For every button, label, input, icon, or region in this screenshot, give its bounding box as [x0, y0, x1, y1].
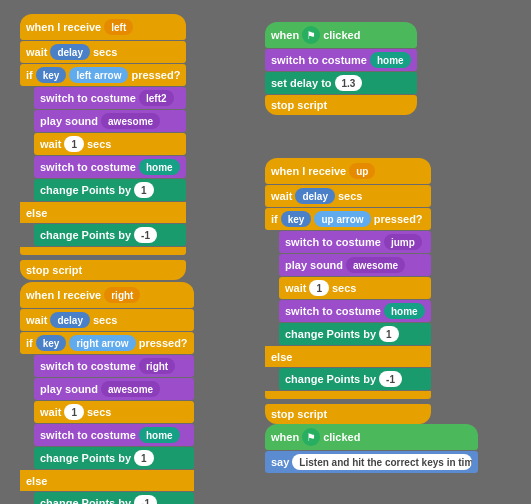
costume-flag1: home — [370, 52, 411, 68]
pts-val-1: 1 — [134, 182, 154, 198]
stop-label-u: stop script — [271, 408, 327, 420]
costume-val-1: left2 — [139, 90, 174, 106]
if-label-u: if — [271, 213, 278, 225]
flag-icon-1: ⚑ — [302, 26, 320, 44]
costume-val-r2: home — [139, 427, 180, 443]
block-up: when I receive up wait delay secs if key… — [265, 158, 431, 424]
pts-val-r2: -1 — [134, 495, 157, 504]
change-pts-r2: change Points by — [40, 497, 131, 504]
wait-secs: secs — [93, 46, 117, 58]
switch-label-r2: switch to costume — [40, 429, 136, 441]
else-label-1: else — [26, 207, 47, 219]
block-right: when I receive right wait delay secs if … — [20, 282, 194, 504]
receive-value: left — [104, 19, 133, 35]
wait-r1-label: wait — [40, 406, 61, 418]
change-pts-u1: change Points by — [285, 328, 376, 340]
pts-val-2: -1 — [134, 227, 157, 243]
sound-val-1: awesome — [101, 113, 160, 129]
wait-r1-secs: secs — [87, 406, 111, 418]
if-key-r: key — [36, 335, 67, 351]
switch-label-u2: switch to costume — [285, 305, 381, 317]
costume-val-r1: right — [139, 358, 175, 374]
wait-secs-r: secs — [93, 314, 117, 326]
wait-value: delay — [50, 44, 90, 60]
play-sound-u: play sound — [285, 259, 343, 271]
else-label-u: else — [271, 351, 292, 363]
pressed-label-u: pressed? — [374, 213, 423, 225]
sound-val-r: awesome — [101, 381, 160, 397]
wait-value-r: delay — [50, 312, 90, 328]
stop-label-1: stop script — [26, 264, 82, 276]
block-left: when I receive left wait delay secs if k… — [20, 14, 186, 280]
costume-val-2: home — [139, 159, 180, 175]
block-flag-1: when ⚑ clicked switch to costume home se… — [265, 22, 417, 115]
change-pts-1: change Points by — [40, 184, 131, 196]
hat-label-r: when I receive — [26, 289, 101, 301]
wait-label-u: wait — [271, 190, 292, 202]
key-value-u: up arrow — [314, 211, 370, 227]
wait-1-val: 1 — [64, 136, 84, 152]
wait-u1-val: 1 — [309, 280, 329, 296]
switch-label-r1: switch to costume — [40, 360, 136, 372]
key-value: left arrow — [69, 67, 128, 83]
change-pts-2: change Points by — [40, 229, 131, 241]
sound-val-u: awesome — [346, 257, 405, 273]
wait-secs-u: secs — [338, 190, 362, 202]
if-key: key — [36, 67, 67, 83]
change-pts-r1: change Points by — [40, 452, 131, 464]
delay-val: 1.3 — [335, 75, 363, 91]
wait-1-secs: secs — [87, 138, 111, 150]
say-val: Listen and hit the correct keys in timin… — [292, 454, 472, 470]
key-value-r: right arrow — [69, 335, 135, 351]
switch-label-1: switch to costume — [40, 92, 136, 104]
wait-1-label: wait — [40, 138, 61, 150]
costume-val-u1: jump — [384, 234, 422, 250]
hat-label: when I receive — [26, 21, 101, 33]
hat-label-u: when I receive — [271, 165, 346, 177]
else-label-r: else — [26, 475, 47, 487]
play-sound-1: play sound — [40, 115, 98, 127]
if-key-u: key — [281, 211, 312, 227]
if-label-r: if — [26, 337, 33, 349]
clicked-label-2: clicked — [323, 431, 360, 443]
set-delay-label: set delay to — [271, 77, 332, 89]
receive-value-u: up — [349, 163, 375, 179]
wait-u1-label: wait — [285, 282, 306, 294]
if-label: if — [26, 69, 33, 81]
pressed-label-r: pressed? — [139, 337, 188, 349]
wait-u1-secs: secs — [332, 282, 356, 294]
pts-val-u1: 1 — [379, 326, 399, 342]
flag-icon-2: ⚑ — [302, 428, 320, 446]
switch-flag1: switch to costume — [271, 54, 367, 66]
play-sound-r: play sound — [40, 383, 98, 395]
change-pts-u2: change Points by — [285, 373, 376, 385]
wait-r1-val: 1 — [64, 404, 84, 420]
when-label-2: when — [271, 431, 299, 443]
clicked-label: clicked — [323, 29, 360, 41]
pts-val-r1: 1 — [134, 450, 154, 466]
switch-label-u1: switch to costume — [285, 236, 381, 248]
pts-val-u2: -1 — [379, 371, 402, 387]
wait-label-r: wait — [26, 314, 47, 326]
costume-val-u2: home — [384, 303, 425, 319]
receive-value-r: right — [104, 287, 140, 303]
say-label: say — [271, 456, 289, 468]
wait-value-u: delay — [295, 188, 335, 204]
stop-flag1: stop script — [271, 99, 327, 111]
switch-label-2: switch to costume — [40, 161, 136, 173]
block-flag-2: when ⚑ clicked say Listen and hit the co… — [265, 424, 478, 473]
pressed-label: pressed? — [131, 69, 180, 81]
when-label: when — [271, 29, 299, 41]
wait-label: wait — [26, 46, 47, 58]
